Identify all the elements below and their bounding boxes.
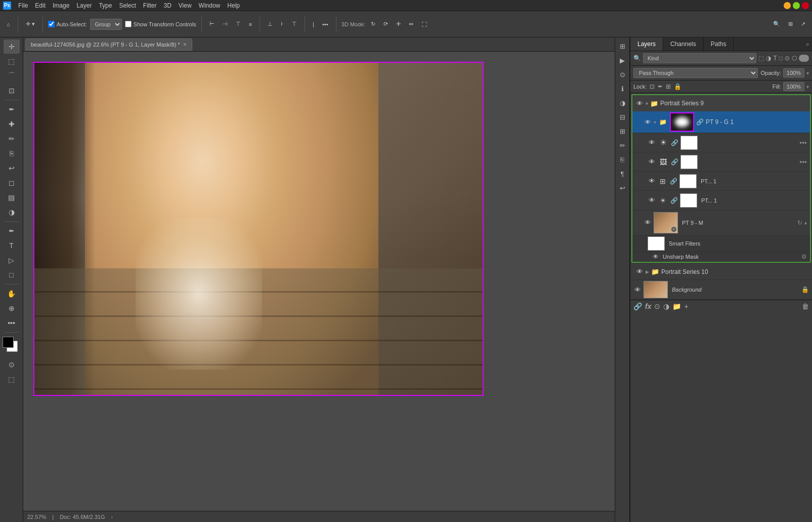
- create-layer-icon[interactable]: +: [684, 302, 688, 310]
- more-options-button[interactable]: •••: [320, 20, 331, 29]
- canvas-wrapper[interactable]: [23, 52, 615, 511]
- info-icon[interactable]: ℹ: [616, 82, 629, 95]
- share-button[interactable]: ↗: [798, 19, 808, 29]
- 3d-pan-button[interactable]: ✛: [394, 19, 403, 29]
- shape-filter-icon[interactable]: □: [779, 55, 783, 62]
- align-right-button[interactable]: ⊤: [233, 19, 243, 29]
- screen-mode-button[interactable]: ⬚: [4, 372, 20, 386]
- brush-settings-icon[interactable]: ✏: [616, 139, 629, 152]
- panel-collapse-btn[interactable]: »: [806, 41, 809, 47]
- swatches-icon[interactable]: ⊟: [616, 110, 629, 124]
- background-layer[interactable]: 👁 Background 🔒: [630, 280, 812, 300]
- shape-tool[interactable]: □: [4, 268, 20, 282]
- delete-layer-icon[interactable]: 🗑: [802, 302, 809, 310]
- auto-select-checkbox[interactable]: [48, 21, 55, 27]
- menu-edit[interactable]: Edit: [35, 2, 46, 9]
- portrait-series-10-group[interactable]: 👁 ▶ 📁 Portrait Series 10: [630, 264, 812, 280]
- path-tool[interactable]: ▷: [4, 253, 20, 267]
- menu-filter[interactable]: Filter: [143, 2, 157, 9]
- pen-tool[interactable]: ✒: [4, 224, 20, 238]
- menu-window[interactable]: Window: [199, 2, 221, 9]
- add-mask-icon[interactable]: ⊙: [654, 302, 660, 310]
- photo-canvas[interactable]: [33, 62, 484, 396]
- portrait-series-9-header[interactable]: 👁 ▾ 📁 Portrait Series 9: [632, 95, 810, 111]
- history-tool[interactable]: ↩: [4, 161, 20, 175]
- artboard-filter-icon[interactable]: ⬡: [792, 55, 797, 62]
- pixel-filter-icon[interactable]: ⬚: [758, 55, 764, 62]
- dodge-tool[interactable]: ◑: [4, 205, 20, 219]
- 3d-slide-button[interactable]: ⇔: [406, 19, 416, 29]
- portrait-9-visibility[interactable]: 👁: [635, 100, 644, 107]
- search-button[interactable]: 🔍: [771, 19, 783, 29]
- line-button[interactable]: |: [310, 20, 317, 29]
- pt9m-visibility[interactable]: 👁: [644, 219, 652, 226]
- link-layers-icon[interactable]: 🔗: [633, 302, 642, 310]
- 3d-orbit-button[interactable]: ↻: [368, 19, 378, 29]
- menu-help[interactable]: Help: [227, 2, 240, 9]
- menu-view[interactable]: View: [179, 2, 192, 9]
- type-filter-icon[interactable]: T: [773, 55, 777, 62]
- lasso-tool[interactable]: ⌒: [4, 69, 20, 83]
- paragraph-icon[interactable]: ¶: [616, 167, 629, 180]
- lock-all-icon[interactable]: 🔒: [674, 83, 681, 90]
- lock-position-icon[interactable]: ✒: [658, 83, 663, 90]
- adjustment-layer-1[interactable]: 👁 ☀ 🔗 •••: [632, 133, 810, 152]
- fill-arrow[interactable]: ▾: [806, 84, 809, 90]
- kind-filter-select[interactable]: Kind: [643, 53, 756, 63]
- portrait10-visibility[interactable]: 👁: [635, 268, 644, 275]
- align-v-button[interactable]: ⊥: [265, 19, 275, 29]
- blend-mode-select[interactable]: Pass Through Normal Multiply Screen Over…: [633, 68, 758, 78]
- create-group-icon[interactable]: 📁: [672, 302, 681, 310]
- patterns-icon[interactable]: ⊞: [616, 125, 629, 138]
- zoom-tool[interactable]: ⊕: [4, 301, 20, 315]
- move-tool-options[interactable]: ✛ ▾: [23, 19, 37, 29]
- tab-channels[interactable]: Channels: [663, 37, 704, 51]
- minimize-button[interactable]: [784, 2, 791, 9]
- filter-toggle[interactable]: [799, 55, 809, 62]
- group-select[interactable]: Group Layer: [90, 19, 122, 30]
- lock-pixels-icon[interactable]: ⊡: [650, 83, 655, 90]
- bg-visibility[interactable]: 👁: [633, 286, 642, 294]
- lock-artboard-icon[interactable]: ⊞: [666, 83, 671, 90]
- crop-tool[interactable]: ⊡: [4, 84, 20, 98]
- adj1-more-button[interactable]: •••: [799, 139, 807, 147]
- nav-arrow[interactable]: ›: [111, 514, 113, 520]
- quick-mask-button[interactable]: ⊙: [4, 357, 20, 372]
- align-left-button[interactable]: ⊢: [207, 19, 217, 29]
- select-tool[interactable]: ⬚: [4, 54, 20, 68]
- pt-brightness-layer[interactable]: 👁 ☀ 🔗 PT... 1: [632, 191, 810, 210]
- pt9-g1-visibility[interactable]: 👁: [644, 118, 652, 126]
- adj2-visibility[interactable]: 👁: [648, 158, 656, 166]
- opacity-value[interactable]: 100%: [783, 68, 804, 77]
- workspace-button[interactable]: ⊞: [786, 19, 795, 29]
- layers-icon[interactable]: ⊞: [616, 39, 629, 53]
- gradient-tool[interactable]: ▤: [4, 190, 20, 205]
- eyedropper-tool[interactable]: ✒: [4, 102, 20, 116]
- pt1-visibility[interactable]: 👁: [648, 177, 656, 185]
- smart-filter-icon[interactable]: ⊙: [785, 55, 790, 62]
- pt9-g1-expand[interactable]: ▾: [654, 119, 656, 125]
- menu-file[interactable]: File: [18, 2, 28, 9]
- document-tab[interactable]: beautiful-1274056.jpg @ 22.6% (PT 9 - G …: [25, 38, 192, 51]
- adjustments-icon[interactable]: ⊙: [616, 68, 629, 81]
- tab-close-button[interactable]: ×: [183, 41, 187, 48]
- adjustment-filter-icon[interactable]: ◑: [766, 55, 771, 62]
- pt9-g1-layer[interactable]: 👁 ▾ 📁 🔗 PT 9 - G 1: [632, 111, 810, 133]
- menu-select[interactable]: Select: [119, 2, 136, 9]
- unsharp-settings-icon[interactable]: ⚙: [801, 253, 807, 260]
- unsharp-eye-icon[interactable]: 👁: [653, 253, 659, 260]
- move-tool[interactable]: ✛: [4, 39, 20, 54]
- adj1-visibility[interactable]: 👁: [648, 139, 656, 146]
- 3d-roll-button[interactable]: ⟳: [381, 19, 391, 29]
- clone-tool[interactable]: ⎘: [4, 146, 20, 160]
- adjustment-layer-2[interactable]: 👁 🖼 🔗 •••: [632, 152, 810, 172]
- fill-value[interactable]: 100%: [783, 82, 804, 91]
- adj2-more-button[interactable]: •••: [799, 158, 807, 166]
- more-tools-button[interactable]: •••: [4, 316, 20, 330]
- align-v2-button[interactable]: ⊤: [289, 19, 300, 29]
- history-panel-icon[interactable]: ↩: [616, 181, 629, 194]
- home-button[interactable]: ⌂: [4, 20, 13, 29]
- distribute-button[interactable]: ≡: [246, 20, 254, 29]
- opacity-arrow[interactable]: ▾: [806, 70, 809, 76]
- tab-layers[interactable]: Layers: [630, 37, 663, 51]
